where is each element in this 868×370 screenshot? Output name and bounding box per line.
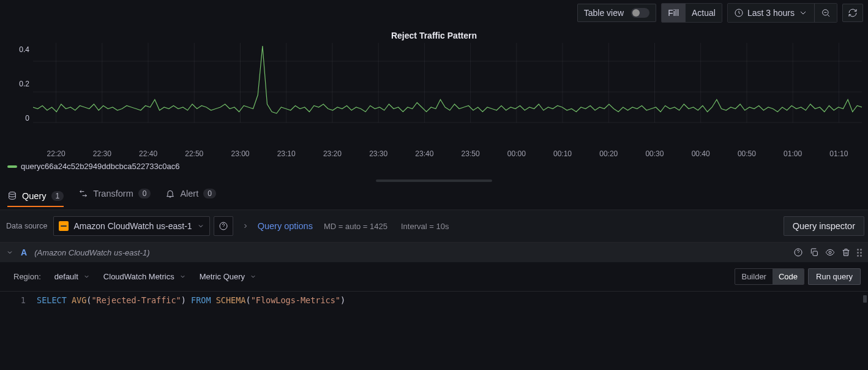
editor-tabs: Query 1 Transform 0 Alert 0 [0, 183, 868, 210]
chevron-down-icon [197, 222, 204, 230]
table-view-toggle[interactable]: Table view [577, 4, 656, 22]
tab-alert[interactable]: Alert 0 [165, 189, 216, 203]
chart-legend[interactable]: queryc66a24c52b2949ddbcbca522733c0ac6 [6, 158, 862, 171]
chevron-down-icon [179, 273, 186, 280]
chart-panel: Reject Traffic Pattern 0.4 0.2 0 22:2022… [0, 26, 868, 179]
x-tick: 22:20 [33, 149, 79, 158]
sql-editor[interactable]: 1 SELECT AVG("Rejected-Traffic") FROM SC… [0, 291, 868, 363]
y-tick: 0.2 [19, 80, 29, 88]
run-query-button[interactable]: Run query [808, 268, 861, 285]
code-option[interactable]: Code [773, 269, 804, 284]
tab-transform[interactable]: Transform 0 [78, 189, 151, 203]
copy-icon[interactable] [809, 247, 819, 257]
legend-label: queryc66a24c52b2949ddbcbca522733c0ac6 [21, 162, 180, 171]
x-tick: 22:40 [125, 149, 171, 158]
query-ds-note: (Amazon CloudWatch us-east-1) [34, 248, 149, 257]
database-icon [7, 191, 17, 201]
zoom-out-icon [821, 8, 831, 18]
tab-query[interactable]: Query 1 [7, 191, 64, 207]
help-icon[interactable] [793, 247, 803, 257]
svg-rect-26 [813, 251, 817, 255]
x-tick: 00:30 [632, 149, 678, 158]
x-tick: 23:20 [309, 149, 355, 158]
y-tick: 0.4 [19, 45, 29, 54]
aws-icon [59, 221, 69, 231]
fill-actual-segment: Fill Actual [661, 3, 722, 23]
x-tick: 00:50 [724, 149, 769, 158]
fill-button[interactable]: Fill [662, 4, 685, 22]
toggle-track [631, 8, 649, 18]
tab-alert-count: 0 [203, 189, 216, 198]
datasource-select[interactable]: Amazon CloudWatch us-east-1 [53, 216, 209, 236]
time-range-label: Last 3 hours [747, 8, 795, 18]
builder-code-segment: Builder Code [735, 268, 804, 285]
time-range-picker[interactable]: Last 3 hours [728, 4, 814, 22]
editor-code[interactable]: SELECT AVG("Rejected-Traffic") FROM SCHE… [37, 292, 868, 363]
x-tick: 22:30 [79, 149, 125, 158]
chevron-down-icon [250, 273, 256, 280]
v-gridlines [56, 43, 839, 123]
x-tick: 23:50 [447, 149, 493, 158]
clock-icon [734, 8, 744, 18]
svg-point-27 [829, 251, 831, 254]
x-tick: 00:00 [493, 149, 539, 158]
legend-swatch [7, 165, 17, 168]
editor-gutter: 1 [0, 292, 37, 363]
plot-area [33, 43, 862, 141]
chart-title: Reject Traffic Pattern [6, 26, 862, 43]
table-view-label: Table view [584, 8, 624, 18]
query-options-expand[interactable] [237, 222, 254, 230]
chevron-right-icon [242, 222, 249, 230]
tab-query-count: 1 [51, 191, 64, 201]
data-series-line [33, 46, 862, 113]
query-letter[interactable]: A [21, 247, 27, 257]
query-inspector-button[interactable]: Query inspector [784, 216, 864, 236]
minimap-slider[interactable] [863, 295, 867, 303]
gridlines [33, 61, 862, 123]
eye-icon[interactable] [825, 247, 835, 257]
x-tick: 22:50 [171, 149, 217, 158]
help-icon [219, 221, 228, 231]
tab-query-label: Query [22, 191, 47, 201]
y-axis: 0.4 0.2 0 [6, 45, 33, 123]
builder-option[interactable]: Builder [735, 269, 772, 284]
datasource-help-button[interactable] [214, 216, 233, 236]
query-a-header: A (Amazon CloudWatch us-east-1) [0, 243, 868, 262]
panel-toolbar: Table view Fill Actual Last 3 hours [0, 0, 868, 26]
chevron-down-icon [798, 8, 808, 18]
chevron-down-icon [83, 273, 90, 280]
x-tick: 23:00 [217, 149, 263, 158]
trash-icon[interactable] [841, 247, 851, 257]
drag-grip-icon[interactable] [857, 249, 862, 257]
x-tick: 23:10 [263, 149, 309, 158]
interval-meta: Interval = 10s [401, 222, 458, 231]
y-tick: 0 [25, 114, 29, 123]
query-actions [793, 247, 862, 257]
x-tick: 01:00 [770, 149, 816, 158]
x-tick: 00:10 [539, 149, 585, 158]
actual-button[interactable]: Actual [685, 4, 722, 22]
datasource-label: Data source [4, 222, 50, 230]
chart-area[interactable]: 0.4 0.2 0 [6, 43, 862, 147]
x-tick: 00:40 [678, 149, 724, 158]
x-tick: 23:30 [356, 149, 402, 158]
bell-icon [165, 189, 175, 198]
region-select[interactable]: default [54, 272, 90, 281]
refresh-button[interactable] [842, 4, 863, 22]
mode-select[interactable]: Metric Query [200, 272, 256, 281]
tab-transform-count: 0 [138, 189, 151, 198]
datasource-value: Amazon CloudWatch us-east-1 [73, 221, 192, 231]
transform-icon [78, 189, 88, 198]
md-meta: MD = auto = 1425 [324, 222, 397, 231]
query-config-row: Region: default CloudWatch Metrics Metri… [0, 262, 868, 291]
chevron-down-icon[interactable] [6, 249, 13, 256]
query-options-link[interactable]: Query options [258, 221, 320, 231]
refresh-icon [848, 8, 858, 18]
x-axis: 22:2022:3022:4022:5023:0023:1023:2023:30… [33, 147, 862, 158]
x-tick: 00:20 [586, 149, 632, 158]
time-controls: Last 3 hours [727, 3, 837, 23]
zoom-out-button[interactable] [814, 4, 837, 22]
namespace-select[interactable]: CloudWatch Metrics [103, 272, 186, 281]
datasource-row: Data source Amazon CloudWatch us-east-1 … [0, 210, 868, 242]
region-label: Region: [13, 272, 41, 281]
